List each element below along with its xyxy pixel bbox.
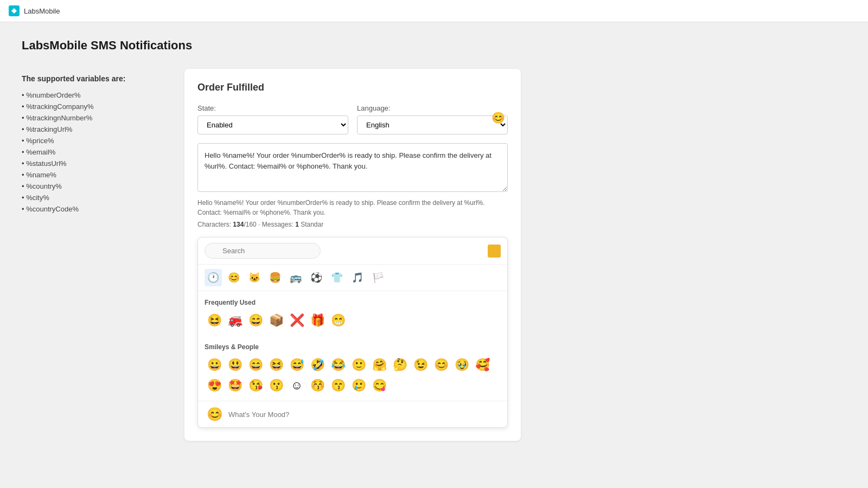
variable-item: %countryCode% [22,203,163,215]
emoji-item[interactable]: 🤣 [308,355,327,375]
emoji-item[interactable]: 😃 [225,355,245,375]
emoji-cat-food[interactable]: 🍔 [266,269,284,286]
emoji-cat-symbols[interactable]: 🎵 [349,269,366,286]
main-card: Order Fulfilled State: Enabled Disabled … [184,69,521,441]
emoji-item[interactable]: 🥲 [349,376,368,395]
emoji-item[interactable]: 😍 [205,376,224,395]
emoji-cat-objects[interactable]: 👕 [328,269,346,286]
emoji-item[interactable]: 😉 [411,355,430,375]
emoji-cat-activity[interactable]: ⚽ [308,269,325,286]
smileys-grid: 😀 😃 😄 😆 😅 🤣 😂 🙂 🤗 🤔 😉 😊 [205,355,501,395]
emoji-item[interactable]: 😗 [266,376,286,395]
emoji-item[interactable]: 😘 [246,376,265,395]
top-bar: LabsMobile [0,0,868,22]
emoji-footer: 😊 [198,401,507,427]
state-label: State: [197,104,348,112]
emoji-item[interactable]: 😙 [328,376,348,395]
frequently-used-section: Frequently Used 😆 🚒 😄 📦 ❌ 🎁 😁 [198,291,507,336]
variables-heading: The supported variables are: [22,74,163,83]
app-logo [9,5,20,16]
message-preview: Hello %name%! Your order %numberOrder% i… [197,198,508,217]
emoji-cat-flags[interactable]: 🏳️ [369,269,387,286]
emoji-item[interactable]: 😊 [431,355,451,375]
emoji-item[interactable]: 😁 [328,311,348,330]
emoji-item[interactable]: 😄 [246,355,265,375]
smileys-section: Smileys & People 😀 😃 😄 😆 😅 🤣 😂 🙂 🤗 🤔 [198,336,507,401]
emoji-search-wrapper: 🔍 [205,243,483,259]
emoji-cat-travel[interactable]: 🚌 [287,269,304,286]
variable-item: %email% [22,146,163,158]
form-row: State: Enabled Disabled Language: Englis… [197,104,508,134]
frequently-used-grid: 😆 🚒 😄 📦 ❌ 🎁 😁 [205,311,501,330]
emoji-item[interactable]: 😆 [266,355,286,375]
variable-item: %trackingCompany% [22,101,163,112]
emoji-item[interactable]: 🤗 [369,355,389,375]
emoji-item[interactable]: 🙂 [349,355,368,375]
emoji-search-input[interactable] [205,243,321,259]
card-title: Order Fulfilled [197,82,508,93]
char-total: 160 [246,221,257,228]
variable-item: %trackingUrl% [22,124,163,135]
emoji-item[interactable]: 😂 [328,355,348,375]
language-select[interactable]: English Spanish French German [357,115,508,134]
emoji-mood-input[interactable] [228,410,499,419]
variables-panel: The supported variables are: %numberOrde… [22,69,163,215]
emoji-item[interactable]: 😚 [308,376,327,395]
variable-item: %price% [22,135,163,146]
emoji-item[interactable]: 😆 [205,311,224,330]
variable-item: %country% [22,181,163,192]
emoji-item[interactable]: 🚒 [225,311,245,330]
emoji-search-row: 🔍 [198,237,507,265]
emoji-item[interactable]: 🤩 [225,376,245,395]
char-current: 134 [233,221,244,228]
emoji-item[interactable]: ❌ [287,311,307,330]
emoji-item[interactable]: 🥰 [473,355,492,375]
char-count: Characters: 134/160 · Messages: 1 Standa… [197,221,508,228]
emoji-item[interactable]: 😀 [205,355,224,375]
emoji-item[interactable]: ☺️ [287,376,307,395]
emoji-footer-face: 😊 [207,407,223,422]
emoji-item[interactable]: 📦 [266,311,286,330]
language-label: Language: [357,104,508,112]
state-select[interactable]: Enabled Disabled [197,115,348,134]
emoji-cat-recent[interactable]: 🕐 [205,269,222,286]
emoji-color-swatch[interactable] [488,245,501,258]
emoji-cat-smileys[interactable]: 😊 [225,269,242,286]
page-title: LabsMobile SMS Notifications [22,38,846,53]
emoji-item[interactable]: 😅 [287,355,307,375]
page-container: LabsMobile SMS Notifications The support… [0,22,868,457]
variable-item: %city% [22,192,163,203]
variable-item: %statusUrl% [22,158,163,169]
message-type: Standar [301,221,323,228]
emoji-item[interactable]: 😋 [369,376,389,395]
emoji-category-tabs: 🕐 😊 🐱 🍔 🚌 ⚽ 👕 🎵 🏳️ [198,265,507,291]
language-group: Language: English Spanish French German [357,104,508,134]
emoji-item[interactable]: 🥹 [452,355,471,375]
emoji-body: Frequently Used 😆 🚒 😄 📦 ❌ 🎁 😁 [198,291,507,401]
variable-item: %numberOrder% [22,89,163,101]
emoji-picker: 🔍 🕐 😊 🐱 🍔 🚌 ⚽ 👕 🎵 🏳️ [197,237,508,428]
smileys-title: Smileys & People [205,343,501,351]
variable-item: %trackingnNumber% [22,112,163,124]
variable-item: %name% [22,169,163,181]
state-group: State: Enabled Disabled [197,104,348,134]
emoji-item[interactable]: 😄 [246,311,265,330]
emoji-item[interactable]: 🎁 [308,311,327,330]
frequently-used-title: Frequently Used [205,299,501,306]
variables-list: %numberOrder% %trackingCompany% %trackin… [22,89,163,215]
message-textarea[interactable]: Hello %name%! Your order %numberOrder% i… [197,143,508,192]
content-area: The supported variables are: %numberOrde… [22,69,846,441]
emoji-item[interactable]: 🤔 [390,355,410,375]
emoji-picker-button[interactable]: 😊 [488,108,508,127]
emoji-cat-animals[interactable]: 🐱 [246,269,263,286]
app-name: LabsMobile [24,7,60,15]
message-count: 1 [295,221,299,228]
